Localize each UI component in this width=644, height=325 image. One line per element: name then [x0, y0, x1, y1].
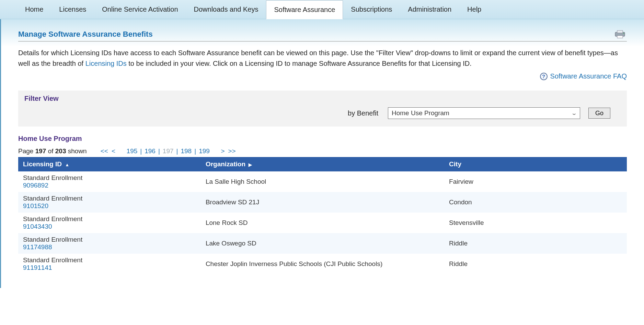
cell-licensing-id: Standard Enrollment9096892 — [18, 171, 201, 192]
filter-row: by Benefit Home Use Program ⌄ Go — [24, 107, 621, 119]
pager-nav: << < 195|196|197|198|199 > >> — [101, 147, 236, 155]
col-city[interactable]: City — [444, 157, 627, 171]
cell-organization: Chester Joplin Inverness Public Schools … — [201, 254, 444, 274]
cell-licensing-id: Standard Enrollment91043430 — [18, 213, 201, 233]
faq-row: ? Software Assurance FAQ — [18, 72, 627, 80]
page-shown: shown — [68, 147, 87, 155]
nav-tab-online-service-activation[interactable]: Online Service Activation — [94, 0, 186, 19]
table-row: Standard Enrollment91174988Lake Oswego S… — [18, 233, 627, 254]
licensing-id-link[interactable]: 9096892 — [23, 182, 196, 189]
svg-point-3 — [623, 33, 624, 34]
licensing-id-link[interactable]: 91043430 — [23, 223, 196, 230]
nav-tab-licenses[interactable]: Licenses — [51, 0, 94, 19]
table-row: Standard Enrollment91043430Lone Rock SDS… — [18, 213, 627, 233]
pager-page-195[interactable]: 195 — [126, 147, 138, 155]
pager-page-196[interactable]: 196 — [144, 147, 156, 155]
page-info: Page 197 of 203 shown — [18, 147, 87, 155]
cell-city: Condon — [444, 192, 627, 213]
pager-page-199[interactable]: 199 — [198, 147, 210, 155]
intro-text: Details for which Licensing IDs have acc… — [18, 48, 627, 69]
col-licensing-id-label: Licensing ID — [23, 160, 62, 168]
chevron-down-icon: ⌄ — [571, 110, 577, 116]
nav-tab-help[interactable]: Help — [459, 0, 489, 19]
pager-sep: | — [192, 147, 198, 155]
pager-row: Page 197 of 203 shown << < 195|196|197|1… — [18, 147, 627, 155]
col-organization[interactable]: Organization ▶ — [201, 157, 444, 171]
filter-panel: Filter View by Benefit Home Use Program … — [18, 91, 627, 127]
cell-city: Stevensville — [444, 213, 627, 233]
sort-asc-icon: ▲ — [65, 162, 69, 167]
col-organization-label: Organization — [206, 160, 245, 168]
section-title: Home Use Program — [18, 135, 627, 143]
page-word: Page — [18, 147, 33, 155]
licensing-type: Standard Enrollment — [23, 195, 196, 202]
svg-rect-1 — [617, 31, 623, 33]
col-city-label: City — [449, 160, 461, 168]
filter-by-label: by Benefit — [348, 109, 378, 117]
benefits-table: Licensing ID ▲ Organization ▶ City Stand… — [18, 157, 627, 274]
intro-part2: to be included in your view. Click on a … — [128, 60, 471, 67]
table-body: Standard Enrollment9096892La Salle High … — [18, 171, 627, 274]
licensing-type: Standard Enrollment — [23, 174, 196, 182]
page-title: Manage Software Assurance Benefits — [18, 30, 153, 39]
pager-sep: | — [156, 147, 162, 155]
table-row: Standard Enrollment9101520Broadview SD 2… — [18, 192, 627, 213]
pager-page-197: 197 — [162, 147, 174, 155]
pager-sep: | — [138, 147, 144, 155]
pager-pages: 195|196|197|198|199 — [126, 147, 210, 155]
cell-licensing-id: Standard Enrollment91191141 — [18, 254, 201, 274]
pager-first[interactable]: << — [101, 147, 108, 155]
svg-rect-2 — [617, 36, 623, 38]
content: Manage Software Assurance Benefits Detai… — [0, 19, 644, 288]
table-row: Standard Enrollment91191141Chester Jopli… — [18, 254, 627, 274]
col-licensing-id[interactable]: Licensing ID ▲ — [18, 157, 201, 171]
table-row: Standard Enrollment9096892La Salle High … — [18, 171, 627, 192]
cell-city: Riddle — [444, 233, 627, 254]
cell-licensing-id: Standard Enrollment91174988 — [18, 233, 201, 254]
go-button[interactable]: Go — [588, 108, 610, 119]
pager-next[interactable]: > — [221, 147, 225, 155]
licensing-ids-link[interactable]: Licensing IDs — [85, 60, 127, 67]
nav-tab-home[interactable]: Home — [17, 0, 51, 19]
title-row: Manage Software Assurance Benefits — [18, 29, 627, 41]
page-current: 197 — [35, 147, 46, 155]
page-total: 203 — [55, 147, 66, 155]
cell-licensing-id: Standard Enrollment9101520 — [18, 192, 201, 213]
pager-sep: | — [174, 147, 180, 155]
faq-link[interactable]: Software Assurance FAQ — [550, 72, 627, 80]
licensing-id-link[interactable]: 9101520 — [23, 202, 196, 210]
pager-page-198[interactable]: 198 — [180, 147, 192, 155]
licensing-id-link[interactable]: 91174988 — [23, 243, 196, 251]
pager-prev[interactable]: < — [112, 147, 115, 155]
licensing-type: Standard Enrollment — [23, 236, 196, 243]
nav-tab-downloads-and-keys[interactable]: Downloads and Keys — [186, 0, 266, 19]
cell-city: Riddle — [444, 254, 627, 274]
cell-organization: Lone Rock SD — [201, 213, 444, 233]
top-nav: HomeLicensesOnline Service ActivationDow… — [0, 0, 644, 19]
print-icon[interactable] — [613, 29, 627, 39]
pager-last[interactable]: >> — [228, 147, 236, 155]
help-icon[interactable]: ? — [540, 73, 548, 80]
benefit-select-value: Home Use Program — [392, 109, 449, 117]
licensing-id-link[interactable]: 91191141 — [23, 264, 196, 272]
licensing-type: Standard Enrollment — [23, 215, 196, 223]
page-of: of — [48, 147, 54, 155]
nav-tab-administration[interactable]: Administration — [400, 0, 459, 19]
cell-organization: Broadview SD 21J — [201, 192, 444, 213]
licensing-type: Standard Enrollment — [23, 256, 196, 264]
cell-organization: La Salle High School — [201, 171, 444, 192]
sort-arrow-icon: ▶ — [249, 162, 252, 167]
cell-organization: Lake Oswego SD — [201, 233, 444, 254]
cell-city: Fairview — [444, 171, 627, 192]
table-header-row: Licensing ID ▲ Organization ▶ City — [18, 157, 627, 171]
filter-panel-title: Filter View — [24, 95, 621, 103]
nav-tab-software-assurance[interactable]: Software Assurance — [266, 0, 343, 19]
nav-tab-subscriptions[interactable]: Subscriptions — [343, 0, 400, 19]
benefit-select[interactable]: Home Use Program ⌄ — [388, 107, 580, 119]
